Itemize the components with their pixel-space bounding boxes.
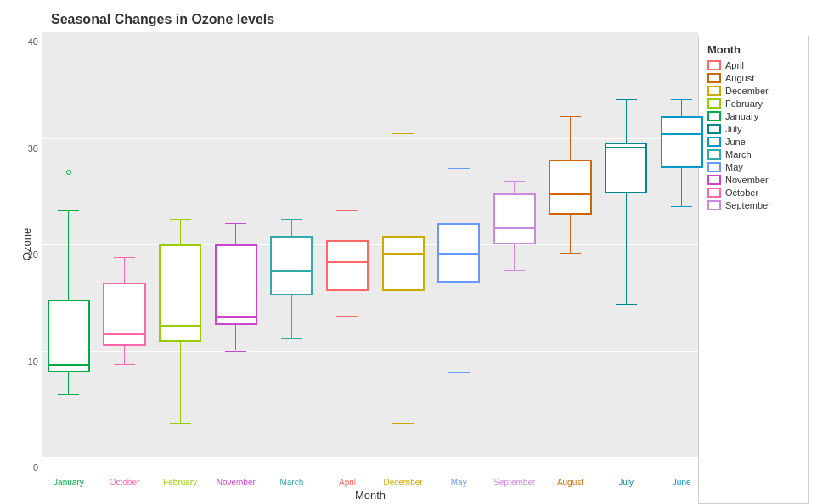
x-tick-label: April: [339, 478, 356, 487]
legend-item: June: [707, 137, 799, 147]
median-line: [437, 253, 480, 255]
whisker-cap-top: [560, 116, 581, 117]
grid-line: [42, 31, 698, 32]
whisker-upper: [626, 99, 627, 142]
whisker-cap-top: [225, 223, 246, 224]
median-line: [605, 147, 647, 148]
whisker-lower: [68, 372, 69, 394]
whisker-upper: [514, 181, 515, 193]
chart-body: Ozone 010203040JanuaryOctoberFebruaryNov…: [0, 27, 817, 504]
plot-area-wrapper: Ozone 010203040JanuaryOctoberFebruaryNov…: [42, 31, 698, 457]
legend: Month AprilAugustDecemberFebruaryJanuary…: [698, 36, 809, 504]
box-rect: [661, 116, 703, 167]
whisker-cap-top: [336, 210, 358, 211]
median-line: [661, 133, 703, 135]
whisker-cap-bottom: [281, 338, 302, 339]
grid-line: [42, 351, 698, 352]
median-line: [493, 227, 536, 229]
x-tick-label: August: [557, 478, 583, 487]
whisker-cap-bottom: [336, 316, 358, 317]
legend-item: August: [707, 73, 799, 83]
whisker-cap-top: [504, 181, 525, 182]
whisker-cap-top: [671, 99, 692, 100]
x-tick-label: September: [493, 478, 535, 487]
box-rect: [605, 143, 647, 193]
box-rect: [493, 193, 536, 244]
legend-item: January: [707, 111, 799, 121]
x-tick-label: February: [163, 478, 197, 487]
box-rect: [103, 283, 145, 346]
median-line: [48, 364, 90, 366]
median-line: [549, 193, 591, 195]
y-tick-label: 20: [28, 249, 42, 260]
whisker-upper: [180, 219, 181, 244]
whisker-cap-top: [281, 219, 302, 220]
median-line: [326, 261, 369, 263]
whisker-cap-bottom: [616, 304, 637, 305]
grid-line: [42, 457, 698, 458]
whisker-cap-top: [58, 210, 79, 211]
median-line: [382, 253, 425, 255]
whisker-upper: [124, 257, 125, 283]
whisker-upper: [403, 133, 403, 235]
box-rect: [159, 244, 201, 342]
whisker-upper: [681, 99, 682, 116]
median-line: [270, 270, 313, 272]
plot-area: 010203040JanuaryOctoberFebruaryNovemberM…: [42, 31, 698, 457]
x-tick-label: January: [54, 478, 84, 487]
whisker-cap-bottom: [671, 206, 692, 207]
y-tick-label: 0: [33, 462, 42, 473]
x-tick-label: October: [110, 478, 140, 487]
legend-item: July: [707, 124, 799, 134]
x-tick-label: December: [384, 478, 423, 487]
legend-item: November: [707, 175, 799, 185]
whisker-lower: [291, 295, 292, 338]
median-line: [103, 333, 145, 335]
legend-item: April: [707, 60, 799, 70]
whisker-cap-top: [616, 99, 637, 100]
box-rect: [270, 236, 313, 295]
whisker-lower: [681, 168, 682, 206]
legend-item: October: [707, 188, 799, 198]
whisker-cap-bottom: [560, 253, 581, 254]
whisker-cap-bottom: [448, 372, 470, 373]
whisker-lower: [570, 215, 571, 253]
whisker-upper: [68, 210, 69, 300]
whisker-upper: [347, 210, 347, 240]
whisker-cap-top: [392, 133, 414, 134]
whisker-lower: [626, 193, 627, 305]
whisker-lower: [459, 283, 459, 372]
whisker-lower: [514, 244, 515, 270]
whisker-lower: [180, 342, 181, 423]
legend-item: December: [707, 86, 799, 96]
whisker-upper: [291, 219, 292, 236]
chart-title: Seasonal Changes in Ozone levels: [51, 12, 817, 27]
grid-line: [42, 138, 698, 139]
median-line: [215, 316, 257, 318]
whisker-cap-bottom: [392, 423, 414, 424]
box-rect: [549, 160, 591, 215]
y-tick-label: 30: [28, 143, 42, 154]
whisker-cap-bottom: [504, 270, 525, 271]
whisker-upper: [459, 168, 459, 223]
x-tick-label: March: [279, 478, 303, 487]
whisker-cap-top: [170, 219, 191, 220]
legend-title: Month: [707, 43, 799, 56]
median-line: [159, 325, 201, 327]
x-tick-label: November: [217, 478, 256, 487]
legend-items: AprilAugustDecemberFebruaryJanuaryJulyJu…: [707, 60, 799, 210]
whisker-cap-top: [114, 257, 135, 258]
box-rect: [326, 240, 369, 291]
whisker-cap-bottom: [170, 423, 191, 424]
x-tick-label: June: [673, 478, 691, 487]
whisker-lower: [124, 346, 125, 363]
outlier-dot: [66, 170, 71, 175]
whisker-lower: [235, 325, 236, 350]
y-tick-label: 40: [28, 36, 42, 47]
box-rect: [48, 300, 90, 372]
whisker-upper: [235, 223, 236, 244]
x-axis-label: Month: [355, 489, 386, 501]
chart-container: Seasonal Changes in Ozone levels Ozone 0…: [0, 0, 817, 504]
box-rect: [382, 236, 425, 291]
box-rect: [215, 244, 257, 325]
